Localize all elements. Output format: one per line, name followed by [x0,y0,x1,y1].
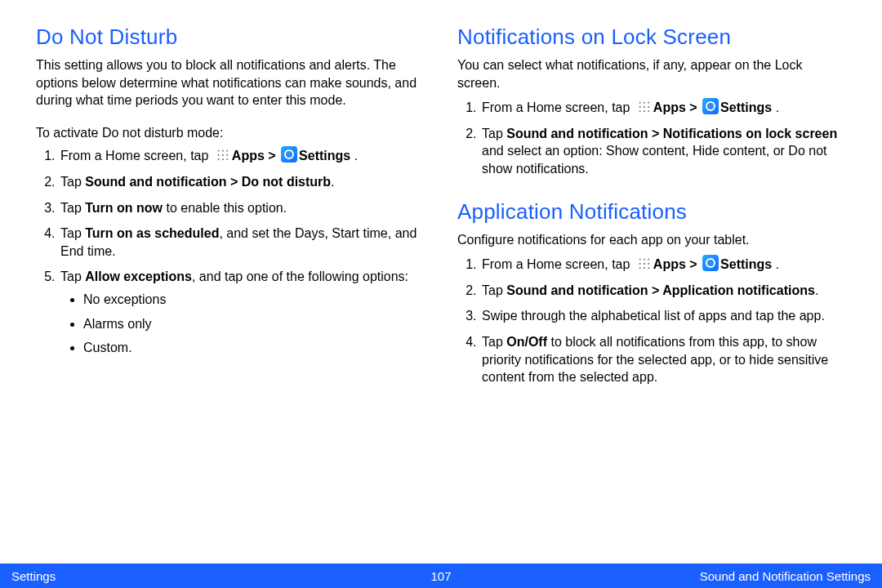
step-text: to enable this option. [163,201,287,215]
step-text: Tap [60,201,85,215]
apps-label: Apps [232,149,265,163]
footer-page-number: 107 [430,569,451,583]
step-item: Tap Sound and notification > Do not dist… [59,173,425,191]
settings-icon [281,146,297,163]
apps-icon [635,98,652,114]
section-lock-screen: Notifications on Lock Screen You can sel… [457,24,846,178]
section-intro: You can select what notifications, if an… [457,56,846,91]
step-bold: Sound and notification > Application not… [506,283,815,297]
gt-separator: > [686,257,701,271]
content-columns: Do Not Disturb This setting allows you t… [0,0,882,408]
footer-left: Settings [11,569,56,583]
step-text: . [331,175,334,189]
settings-icon [702,255,719,271]
section-intro: Configure notifications for each app on … [457,231,846,249]
step-text: . [350,149,358,163]
right-column: Notifications on Lock Screen You can sel… [457,24,846,408]
step-text: From a Home screen, tap [60,149,212,163]
footer-right: Sound and Notification Settings [700,569,871,583]
section-intro: This setting allows you to block all not… [36,56,425,109]
step-text: Tap [482,283,506,297]
gt-separator: > [265,149,279,163]
steps-list: From a Home screen, tap Apps > Settings … [36,146,425,356]
bullet-list: No exceptions Alarms only Custom. [60,291,425,357]
step-bold: Sound and notification > Notifications o… [506,127,837,140]
settings-label: Settings [720,100,772,114]
apps-icon [635,255,652,271]
step-text: and select an option: Show content, Hide… [482,144,827,176]
manual-page: Do Not Disturb This setting allows you t… [0,0,882,588]
steps-list: From a Home screen, tap Apps > Settings … [457,98,846,177]
step-item: Swipe through the alphabetical list of a… [480,307,846,325]
bullet-item: Alarms only [83,315,425,333]
settings-label: Settings [720,257,772,271]
section-leadin: To activate Do not disturb mode: [36,124,425,142]
step-text: . [772,100,779,114]
step-text: . [772,257,779,271]
step-bold: On/Off [506,335,547,349]
step-text: . [815,283,818,297]
step-item: Tap Sound and notification > Notificatio… [480,125,846,178]
step-bold: Turn on as scheduled [85,226,219,240]
step-item: Tap On/Off to block all notifications fr… [480,333,846,386]
step-text: From a Home screen, tap [482,257,634,271]
step-text: From a Home screen, tap [482,100,634,114]
step-bold: Allow exceptions [85,270,192,283]
step-item: From a Home screen, tap Apps > Settings … [59,146,425,165]
step-bold: Turn on now [85,201,163,215]
section-title: Application Notifications [457,199,846,225]
step-text: , and tap one of the following options: [192,270,408,283]
apps-label: Apps [653,257,686,271]
step-item: Tap Turn on now to enable this option. [59,199,425,217]
steps-list: From a Home screen, tap Apps > Settings … [457,255,846,386]
step-item: Tap Turn on as scheduled, and set the Da… [59,225,425,260]
section-title: Notifications on Lock Screen [457,24,846,50]
left-column: Do Not Disturb This setting allows you t… [36,24,425,408]
section-title: Do Not Disturb [36,24,425,50]
step-text: Tap [60,175,85,189]
section-app-notifications: Application Notifications Configure noti… [457,199,846,386]
step-item: From a Home screen, tap Apps > Settings … [480,98,846,117]
settings-label: Settings [299,149,350,163]
apps-label: Apps [653,100,686,114]
settings-icon [702,98,719,114]
section-do-not-disturb: Do Not Disturb This setting allows you t… [36,24,425,357]
step-item: From a Home screen, tap Apps > Settings … [480,255,846,274]
step-item: Tap Sound and notification > Application… [480,282,846,300]
apps-icon [214,146,230,163]
step-text: Tap [482,335,506,349]
step-text: Tap [482,127,506,140]
bullet-item: No exceptions [83,291,425,309]
bullet-item: Custom. [83,339,425,357]
page-footer: Settings 107 Sound and Notification Sett… [0,564,882,588]
step-text: Tap [60,270,85,283]
step-item: Tap Allow exceptions, and tap one of the… [59,268,425,356]
step-bold: Sound and notification > Do not disturb [85,175,331,189]
step-text: Tap [60,226,85,240]
gt-separator: > [686,100,701,114]
